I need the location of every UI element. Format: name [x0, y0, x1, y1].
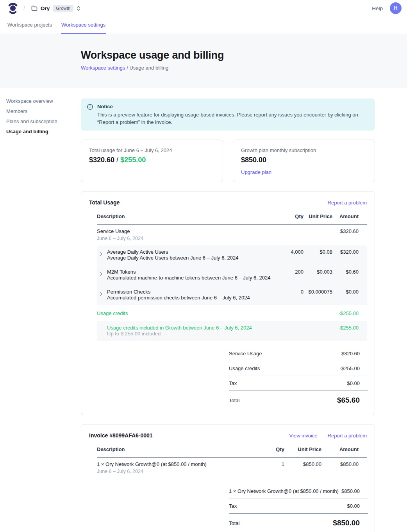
breadcrumb-current: / Usage and billing — [127, 65, 168, 71]
sidebar-item-usage-and-billing[interactable]: Usage and billing — [6, 129, 75, 134]
line-item-amount: $0.00 — [332, 289, 367, 295]
col-qty: Qty — [253, 446, 284, 452]
usage-summary: Service Usage$320.60 Usage credits-$255.… — [229, 346, 368, 405]
usage-credit-value: $255.00 — [120, 156, 146, 164]
summary-row-total: Total$65.60 — [229, 391, 368, 405]
page-header: Workspace usage and billing Workspace se… — [0, 34, 407, 88]
avatar[interactable]: H — [390, 2, 402, 14]
folder-icon — [31, 5, 37, 11]
summary-row-usage-credits: Usage credits-$255.00 — [229, 361, 368, 376]
col-unit-price: Unit Price — [284, 446, 321, 452]
line-item-unit-price: $0.003 — [303, 269, 332, 275]
line-item-unit-price: $0.08 — [303, 249, 332, 255]
workspace-switcher[interactable]: Ory Growth — [31, 5, 80, 12]
info-icon — [87, 104, 93, 126]
line-item-qty: 0 — [272, 289, 303, 295]
report-problem-link-usage[interactable]: Report a problem — [328, 200, 367, 206]
view-invoice-link[interactable]: View invoice — [289, 433, 318, 439]
chevron-right-icon[interactable] — [100, 252, 103, 256]
usage-credits-amount: -$255.00 — [332, 310, 367, 316]
service-usage-title: Service Usage — [97, 228, 272, 234]
subscription-label: Growth plan monthly subscription — [241, 147, 367, 153]
total-usage-card: Total usage for June 6 – July 6, 2024 $3… — [81, 140, 223, 182]
usage-table: Description Qty Unit Price Amount Servic… — [97, 211, 367, 341]
col-amount: Amount — [332, 213, 367, 219]
line-item-title: Permission Checks — [107, 289, 272, 295]
sidebar-item-members[interactable]: Members — [6, 109, 75, 114]
line-item-amount: $0.60 — [332, 269, 367, 275]
summary-row-tax: Tax$0.00 — [229, 376, 368, 391]
invoice-line-unit-price: $850.00 — [284, 461, 321, 467]
line-item-unit-price: $0.000075 — [303, 289, 332, 295]
service-usage-row: Service Usage June 6 – July 6, 2024 $320… — [97, 225, 367, 245]
col-qty: Qty — [272, 213, 303, 219]
page-title: Workspace usage and billing — [81, 49, 407, 61]
line-item-title: Average Daily Active Users — [107, 249, 272, 255]
breadcrumb-slash: / — [23, 5, 25, 11]
col-description: Description — [97, 213, 272, 219]
usage-table-header: Description Qty Unit Price Amount — [97, 211, 367, 225]
total-usage-value: $320.60 / $255.00 — [89, 156, 215, 164]
ory-logo-icon[interactable] — [8, 2, 18, 14]
col-amount: Amount — [321, 446, 367, 452]
summary-row-tax: Tax$0.00 — [229, 499, 368, 514]
invoice-line-amount: $850.00 — [321, 461, 367, 467]
service-usage-amount: $320.60 — [332, 228, 367, 234]
usage-invoice-card: Total Usage Report a problem Description… — [81, 191, 375, 415]
line-item-amount: $320.00 — [332, 249, 367, 255]
top-bar: / Ory Growth Help H — [0, 0, 407, 16]
credits-detail-subtitle: Up to $ 255.00 included — [107, 331, 272, 337]
invoice-table-header: Description Qty Unit Price Amount — [97, 444, 367, 458]
help-button[interactable]: Help — [372, 5, 383, 11]
invoice-summary: 1 × Ory Network Growth@0 (at $850.00 / m… — [229, 484, 368, 528]
subscription-amount: $850.00 — [241, 156, 367, 164]
notice-body: This is a preview feature for displaying… — [97, 111, 367, 126]
line-item-title: M2M Tokens — [107, 269, 272, 275]
settings-sidenav: Workspace overview Members Plans and sub… — [6, 99, 75, 139]
sidebar-item-workspace-overview[interactable]: Workspace overview — [6, 99, 75, 104]
invoice-line-period: June 6 – July 6, 2024 — [97, 469, 253, 474]
breadcrumb-link-workspace-settings[interactable]: Workspace settings — [81, 65, 125, 71]
invoice-line-qty: 1 — [253, 461, 284, 467]
usage-card-title: Total Usage — [89, 199, 120, 206]
col-description: Description — [97, 446, 253, 452]
plan-badge: Growth — [53, 5, 73, 12]
summary-row-total: Total$850.00 — [229, 514, 368, 528]
invoice-line-title: 1 × Ory Network Growth@0 (at $850.00 / m… — [97, 461, 253, 467]
sidebar-item-plans-and-subscription[interactable]: Plans and subscription — [6, 119, 75, 124]
chevron-right-icon[interactable] — [100, 292, 103, 296]
invoice-card: Invoice #8099AFA6-0001 View invoice Repo… — [81, 424, 375, 532]
line-item-qty: 4,000 — [272, 249, 303, 255]
service-usage-period: June 6 – July 6, 2024 — [97, 236, 272, 241]
tab-workspace-settings[interactable]: Workspace settings — [61, 22, 106, 34]
workspace-name: Ory — [41, 5, 50, 11]
credits-detail-amount: -$255.00 — [332, 325, 367, 331]
line-item-subtitle: Average Daily Active Users between June … — [107, 255, 272, 261]
line-item-qty: 200 — [272, 269, 303, 275]
invoice-table: Description Qty Unit Price Amount 1 × Or… — [97, 444, 367, 478]
total-usage-label: Total usage for June 6 – July 6, 2024 — [89, 147, 215, 153]
tab-workspace-projects[interactable]: Workspace projects — [7, 22, 52, 34]
line-item-m2m-tokens[interactable]: M2M Tokens Accumulated machine-to-machin… — [97, 265, 367, 285]
chevron-right-icon[interactable] — [100, 272, 103, 276]
preview-notice: Notice This is a preview feature for dis… — [81, 99, 375, 131]
chevron-updown-icon — [77, 5, 80, 11]
subscription-card: Growth plan monthly subscription $850.00… — [233, 140, 375, 182]
report-problem-link-invoice[interactable]: Report a problem — [328, 433, 367, 439]
invoice-title: Invoice #8099AFA6-0001 — [89, 432, 153, 439]
summary-row-service-usage: Service Usage$320.60 — [229, 346, 368, 361]
summary-row-plan: 1 × Ory Network Growth@0 (at $850.00 / m… — [229, 484, 368, 499]
line-item-subtitle: Accumulated permission checks between Ju… — [107, 295, 272, 301]
workspace-tabs: Workspace projects Workspace settings — [0, 16, 407, 34]
breadcrumb: Workspace settings/ Usage and billing — [81, 65, 407, 71]
credits-detail-title: Usage credits included in Growth between… — [107, 325, 272, 331]
line-item-subtitle: Accumulated machine-to-machine tokens be… — [107, 275, 272, 281]
invoice-line-row: 1 × Ory Network Growth@0 (at $850.00 / m… — [97, 458, 367, 478]
usage-credits-row: Usage credits -$255.00 — [97, 305, 367, 321]
line-item-permission-checks[interactable]: Permission Checks Accumulated permission… — [97, 285, 367, 305]
line-item-adau[interactable]: Average Daily Active Users Average Daily… — [97, 245, 367, 265]
upgrade-plan-link[interactable]: Upgrade plan — [241, 169, 271, 175]
col-unit-price: Unit Price — [303, 213, 332, 219]
usage-credits-detail-row: Usage credits included in Growth between… — [97, 321, 367, 341]
usage-credits-title: Usage credits — [97, 310, 272, 316]
